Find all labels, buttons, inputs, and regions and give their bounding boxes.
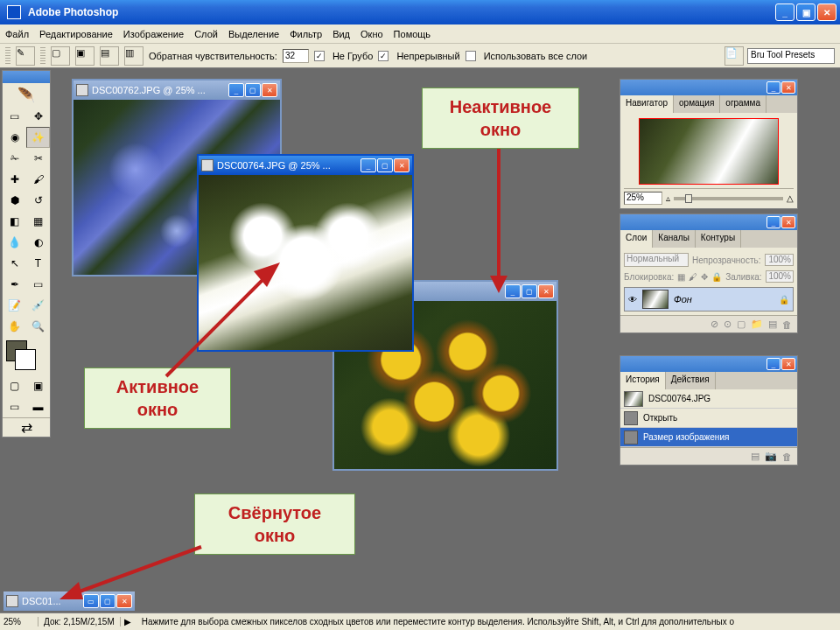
- doc-minimize-button[interactable]: _: [228, 83, 244, 97]
- heal-tool[interactable]: ✚: [3, 169, 26, 190]
- marquee-tool[interactable]: ▭: [3, 106, 26, 127]
- stamp-tool[interactable]: ⬢: [3, 190, 26, 211]
- minimize-button[interactable]: _: [775, 4, 794, 21]
- blur-tool[interactable]: 💧: [3, 232, 26, 253]
- doc-close-button[interactable]: ✕: [394, 158, 410, 172]
- doc-maximize-button[interactable]: ▢: [377, 158, 393, 172]
- doc-close-button[interactable]: ✕: [538, 284, 554, 298]
- snapshot-icon[interactable]: 📷: [765, 451, 777, 462]
- link-icon[interactable]: ⊘: [710, 318, 718, 330]
- pen-tool[interactable]: ✒: [3, 274, 26, 295]
- trash-icon[interactable]: 🗑: [782, 319, 792, 330]
- panel-minimize-button[interactable]: _: [766, 81, 780, 94]
- menu-edit[interactable]: Редактирование: [39, 29, 113, 39]
- navigator-zoom-input[interactable]: 25%: [624, 192, 662, 205]
- opacity-input[interactable]: 100%: [765, 254, 794, 266]
- crop-tool[interactable]: ✁: [3, 148, 26, 169]
- panel-close-button[interactable]: ✕: [781, 358, 795, 370]
- tool-presets-dropdown[interactable]: Bru Tool Presets: [747, 48, 835, 64]
- sensitivity-input[interactable]: [283, 49, 309, 63]
- panel-close-button[interactable]: ✕: [781, 216, 795, 228]
- play-icon[interactable]: ▶: [124, 617, 135, 626]
- menu-select[interactable]: Выделение: [228, 29, 279, 39]
- tab-histogram[interactable]: ограмма: [720, 95, 766, 113]
- close-button[interactable]: ✕: [817, 4, 836, 21]
- menu-layer[interactable]: Слой: [194, 29, 218, 39]
- selection-mode-add-icon[interactable]: ▣: [75, 46, 94, 66]
- rough-checkbox[interactable]: ✓: [314, 51, 325, 61]
- zoom-out-icon[interactable]: ▵: [666, 193, 670, 203]
- menu-file[interactable]: Файл: [5, 29, 29, 39]
- gradient-tool[interactable]: ▦: [26, 211, 50, 232]
- trash-icon[interactable]: 🗑: [782, 452, 792, 462]
- selection-mode-intersect-icon[interactable]: ▥: [124, 46, 144, 66]
- lock-pixels-icon[interactable]: 🖌: [689, 272, 697, 282]
- toolbox-header[interactable]: [3, 71, 50, 83]
- doc-close-button[interactable]: ✕: [262, 83, 277, 97]
- tab-info[interactable]: ормация: [674, 95, 720, 113]
- new-doc-icon[interactable]: ▤: [751, 451, 760, 462]
- zoom-tool[interactable]: 🔍: [26, 316, 50, 337]
- panel-close-button[interactable]: ✕: [781, 81, 795, 94]
- lock-all-icon[interactable]: 🔒: [711, 272, 722, 282]
- mask-icon[interactable]: ▢: [737, 318, 746, 330]
- hand-tool[interactable]: ✋: [3, 316, 26, 337]
- lasso-tool[interactable]: ◉: [3, 127, 26, 148]
- quickmask-off-icon[interactable]: ▢: [3, 375, 26, 396]
- tab-navigator[interactable]: Навигатор: [620, 95, 674, 113]
- all-layers-checkbox[interactable]: [466, 51, 476, 61]
- layer-item[interactable]: 👁 Фон 🔒: [624, 287, 794, 312]
- dodge-tool[interactable]: ◐: [26, 232, 50, 253]
- folder-icon[interactable]: 📁: [751, 318, 763, 330]
- path-tool[interactable]: ↖: [3, 253, 26, 274]
- selection-mode-sub-icon[interactable]: ▤: [100, 46, 119, 66]
- zoom-slider[interactable]: [674, 197, 783, 200]
- imageready-icon[interactable]: ⇄: [3, 417, 50, 437]
- lock-trans-icon[interactable]: ▦: [677, 272, 685, 282]
- panel-minimize-button[interactable]: _: [766, 216, 780, 228]
- eraser-tool[interactable]: ◧: [3, 211, 26, 232]
- navigator-preview[interactable]: [639, 118, 779, 185]
- quickmask-on-icon[interactable]: ▣: [26, 375, 50, 396]
- fill-input[interactable]: 100%: [766, 270, 794, 283]
- selection-mode-new-icon[interactable]: ▢: [51, 46, 70, 66]
- tab-channels[interactable]: Каналы: [653, 230, 696, 248]
- maximize-button[interactable]: ▣: [796, 4, 816, 21]
- menu-image[interactable]: Изображение: [123, 29, 184, 39]
- brush-tool[interactable]: 🖌: [26, 169, 50, 190]
- menu-filter[interactable]: Фильтр: [290, 29, 322, 39]
- history-brush-tool[interactable]: ↺: [26, 190, 50, 211]
- menu-view[interactable]: Вид: [332, 29, 350, 39]
- grip-icon[interactable]: [5, 47, 10, 65]
- blend-mode-select[interactable]: Нормальный: [624, 253, 689, 267]
- eyedropper-tool[interactable]: 💉: [26, 295, 50, 316]
- new-layer-icon[interactable]: ▤: [768, 318, 777, 330]
- tab-layers[interactable]: Слои: [620, 230, 653, 248]
- tab-actions[interactable]: Действия: [666, 372, 716, 389]
- color-swatches[interactable]: [3, 337, 50, 375]
- history-snapshot[interactable]: DSC00764.JPG: [620, 389, 797, 409]
- move-tool[interactable]: ✥: [26, 106, 50, 127]
- tab-paths[interactable]: Контуры: [696, 230, 741, 248]
- brush-picker-icon[interactable]: 📄: [724, 46, 744, 66]
- text-tool[interactable]: T: [26, 253, 50, 274]
- tab-history[interactable]: История: [620, 372, 666, 389]
- zoom-field[interactable]: 25%: [0, 617, 38, 626]
- shape-tool[interactable]: ▭: [26, 274, 50, 295]
- doc-maximize-button[interactable]: ▢: [245, 83, 261, 97]
- screenmode-std-icon[interactable]: ▭: [3, 396, 26, 417]
- doc-size-label[interactable]: Док: 2,15M/2,15M: [38, 617, 121, 626]
- fx-icon[interactable]: ⊙: [724, 318, 732, 330]
- doc-minimize-button[interactable]: _: [360, 158, 376, 172]
- eye-icon[interactable]: 👁: [628, 295, 637, 304]
- screenmode-full-icon[interactable]: ▬: [26, 396, 50, 417]
- menu-help[interactable]: Помощь: [394, 29, 431, 39]
- history-item[interactable]: Открыть: [620, 409, 797, 428]
- wand-tool[interactable]: ✨: [26, 127, 50, 148]
- notes-tool[interactable]: 📝: [3, 295, 26, 316]
- panel-minimize-button[interactable]: _: [766, 358, 780, 370]
- menu-window[interactable]: Окно: [360, 29, 383, 39]
- history-item-selected[interactable]: Размер изображения: [620, 428, 797, 447]
- slice-tool[interactable]: ✂: [26, 148, 50, 169]
- continuous-checkbox[interactable]: ✓: [378, 51, 388, 61]
